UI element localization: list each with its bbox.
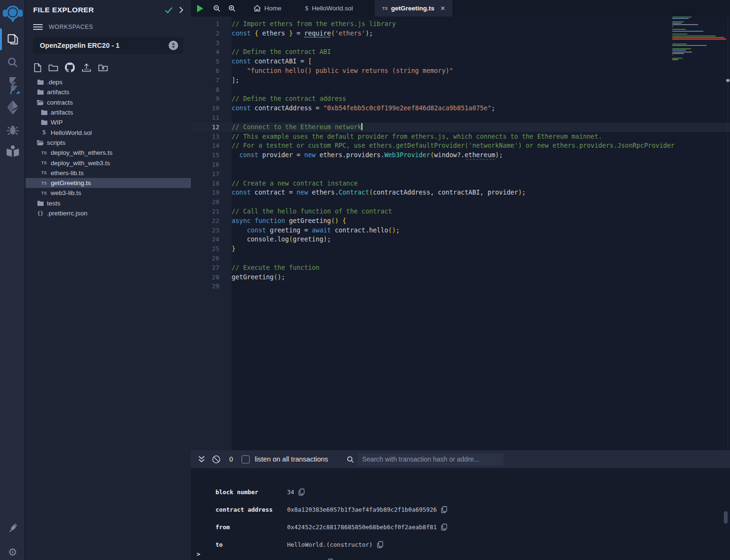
line-number[interactable]: 7 [191,76,219,85]
editor-minimap[interactable] [672,17,726,83]
file-row-getgreeting-ts[interactable]: TSgetGreeting.ts [26,178,191,188]
line-number[interactable]: 4 [191,47,219,57]
code-line-8[interactable]: 8 [191,85,730,95]
line-number[interactable]: 2 [191,29,219,38]
code-line-18[interactable]: 18// Create a new contract instance [191,179,730,188]
code-line-25[interactable]: 25} [191,244,730,254]
line-number[interactable]: 19 [191,188,219,197]
line-number[interactable]: 28 [191,273,219,282]
copy-icon[interactable] [441,524,447,531]
line-number[interactable]: 27 [191,263,219,273]
workspace-select[interactable]: OpenZeppelin ERC20 - 1 [33,37,183,54]
file-row-deploy-with-web3-ts[interactable]: TSdeploy_with_web3.ts [26,158,191,168]
line-number[interactable]: 25 [191,244,219,254]
debugger-icon[interactable] [0,122,25,138]
code-line-4[interactable]: 4// Define the contract ABI [191,47,730,57]
line-number[interactable]: 18 [191,179,219,188]
terminal-search-input[interactable] [358,453,504,466]
code-line-17[interactable]: 17 [191,169,730,179]
code-line-13[interactable]: 13// This example uses the default provi… [191,132,730,142]
code-line-26[interactable]: 26 [191,254,730,263]
line-number[interactable]: 13 [191,132,219,142]
code-line-23[interactable]: 23 const greeting = await contract.hello… [191,226,730,235]
tab-close-icon[interactable]: × [441,4,445,13]
plugin-manager-icon[interactable] [0,520,25,537]
code-line-15[interactable]: 15 const provider = new ethers.providers… [191,151,730,160]
line-number[interactable]: 23 [191,226,219,235]
file-row-wip[interactable]: WIP [26,117,191,127]
file-row-contracts[interactable]: contracts [26,98,191,107]
copy-icon[interactable] [377,541,383,548]
listen-all-transactions-checkbox[interactable] [242,455,250,463]
clear-console-icon[interactable] [212,455,221,464]
line-number[interactable]: 10 [191,104,219,113]
file-row--prettierrc-json[interactable]: {}.prettierrc.json [26,208,191,218]
line-number[interactable]: 21 [191,207,219,216]
line-number[interactable]: 22 [191,216,219,226]
code-line-7[interactable]: 7]; [191,76,730,85]
solidity-compiler-icon[interactable] [0,75,25,95]
search-icon[interactable] [0,54,25,70]
line-number[interactable]: 15 [191,151,219,160]
learneth-icon[interactable] [0,142,25,160]
line-number[interactable]: 29 [191,282,219,291]
code-line-27[interactable]: 27// Execute the function [191,263,730,273]
zoom-out-icon[interactable] [209,0,224,17]
run-script-button[interactable] [191,0,209,17]
code-line-21[interactable]: 21// Call the hello function of the cont… [191,207,730,216]
github-clone-icon[interactable] [65,62,75,72]
line-number[interactable]: 14 [191,141,219,151]
new-folder-icon[interactable] [48,63,58,72]
file-row-deploy-with-ethers-ts[interactable]: TSdeploy_with_ethers.ts [26,148,191,158]
code-line-20[interactable]: 20 [191,197,730,207]
file-row-ethers-lib-ts[interactable]: TSethers-lib.ts [26,168,191,178]
line-number[interactable]: 16 [191,160,219,169]
file-row-artifacts[interactable]: artifacts [26,107,191,117]
upload-file-icon[interactable] [81,63,91,72]
chevron-right-icon[interactable] [179,7,183,13]
line-number[interactable]: 9 [191,94,219,104]
code-line-11[interactable]: 11 [191,113,730,123]
code-line-10[interactable]: 10const contractAddress = "0xb54febb5c0c… [191,104,730,113]
settings-icon[interactable]: ⚙ [0,543,25,560]
file-explorer-icon[interactable] [0,30,25,48]
code-line-14[interactable]: 14// For a testnet or custom RPC, use et… [191,141,730,151]
line-number[interactable]: 3 [191,38,219,48]
line-number[interactable]: 17 [191,169,219,179]
code-line-3[interactable]: 3 [191,38,730,48]
line-number[interactable]: 5 [191,57,219,66]
code-line-19[interactable]: 19const contract = new ethers.Contract(c… [191,188,730,197]
listen-all-transactions-label[interactable]: listen on all transactions [255,455,328,463]
file-row-tests[interactable]: tests [26,198,191,208]
file-row-scripts[interactable]: scripts [26,138,191,148]
code-line-6[interactable]: 6 "function hello() public view returns … [191,66,730,76]
code-line-29[interactable]: 29 [191,282,730,291]
check-icon[interactable] [165,7,172,13]
code-content[interactable]: 1// Import ethers from the ethers.js lib… [191,19,730,291]
line-number[interactable]: 24 [191,235,219,244]
line-number[interactable]: 6 [191,66,219,76]
line-number[interactable]: 11 [191,113,219,123]
line-number[interactable]: 12 [191,123,219,132]
file-row-helloworld-sol[interactable]: SHelloWorld.sol [26,127,191,137]
zoom-in-icon[interactable] [224,0,239,17]
remix-logo[interactable] [0,1,25,25]
code-editor[interactable]: 1// Import ethers from the ethers.js lib… [191,17,730,450]
line-number[interactable]: 8 [191,85,219,95]
copy-icon[interactable] [298,489,305,496]
workspace-dropdown-icon[interactable] [168,40,179,51]
file-row-web3-lib-ts[interactable]: TSweb3-lib.ts [26,188,191,198]
code-line-24[interactable]: 24 console.log(greeting); [191,235,730,244]
code-line-5[interactable]: 5const contractABI = [ [191,57,730,66]
code-line-28[interactable]: 28getGreeting(); [191,273,730,282]
code-line-1[interactable]: 1// Import ethers from the ethers.js lib… [191,19,730,29]
terminal-scrollbar-thumb[interactable] [724,511,728,524]
code-line-9[interactable]: 9// Define the contract address [191,94,730,104]
upload-folder-icon[interactable] [98,63,108,72]
code-line-12[interactable]: 12// Connect to the Ethereum network [191,123,730,132]
terminal-prompt[interactable]: > [197,551,200,558]
file-row--deps[interactable]: .deps [26,77,191,87]
code-line-22[interactable]: 22async function getGreeting() { [191,216,730,226]
tab-getgreeting-ts[interactable]: TS getGreeting.ts × [375,0,452,17]
line-number[interactable]: 20 [191,197,219,207]
